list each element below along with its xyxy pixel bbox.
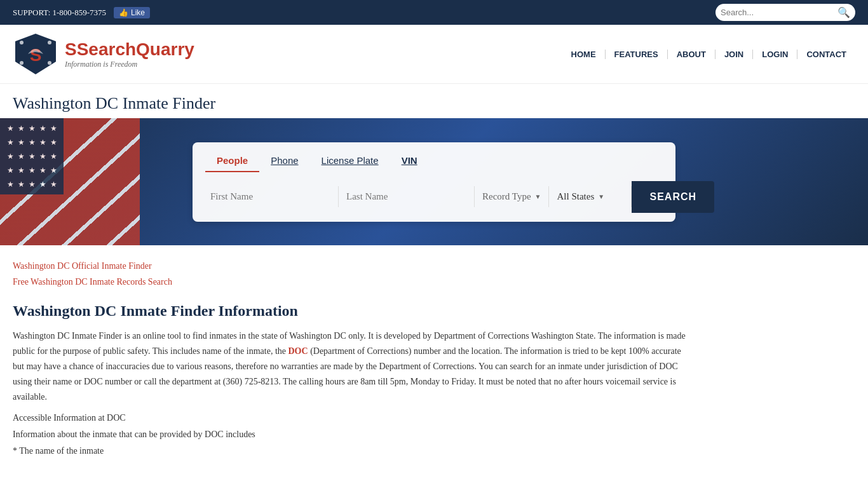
tab-people[interactable]: People [205,150,259,172]
tab-phone[interactable]: Phone [259,150,309,172]
all-states-arrow-icon: ▼ [598,193,604,200]
all-states-label: All States [557,191,594,202]
main-nav: HOME FEATURES ABOUT JOIN LOGIN CONTACT [562,50,855,59]
doc-highlight: DOC [288,346,308,356]
top-search-icon[interactable]: 🔍 [837,6,850,18]
page-title-area: Washington DC Inmate Finder [0,84,868,118]
stars-decoration: ★★★★★ ★★★★★ ★★★★★ ★★★★★ ★★★★★ [0,118,64,194]
search-panel: People Phone License Plate VIN Record Ty… [193,142,675,222]
search-tabs: People Phone License Plate VIN [193,142,675,172]
free-records-link[interactable]: Free Washington DC Inmate Records Search [13,274,686,290]
section1-label: Accessible Information at DOC [13,413,686,423]
section2-label: Information about the inmate that can be… [13,430,686,440]
record-type-arrow-icon: ▼ [535,193,541,200]
header: S SSearchQuarry Information is Freedom H… [0,25,868,84]
search-form: Record Type ▼ All States ▼ SEARCH [193,172,675,222]
svg-point-5 [48,61,51,65]
svg-text:S: S [30,45,42,65]
nav-about[interactable]: ABOUT [668,50,715,59]
info-title: Washington DC Inmate Finder Information [13,302,686,320]
nav-join[interactable]: JOIN [715,50,753,59]
svg-point-3 [48,41,51,44]
support-phone: SUPPORT: 1-800-859-7375 [13,8,106,18]
page-title: Washington DC Inmate Finder [13,94,855,113]
info-paragraph: Washington DC Inmate Finder is an online… [13,329,686,404]
nav-features[interactable]: FEATURES [606,50,668,59]
fb-like-button[interactable]: 👍 Like [114,7,150,18]
bullet-item-1: * The name of the inmate [13,446,686,456]
hero-banner: ★★★★★ ★★★★★ ★★★★★ ★★★★★ ★★★★★ People Pho… [0,118,868,245]
top-search-input[interactable] [721,8,835,17]
all-states-dropdown[interactable]: All States ▼ [549,186,632,207]
nav-home[interactable]: HOME [562,50,606,59]
svg-point-4 [20,61,24,65]
svg-point-2 [20,41,24,44]
tab-license-plate[interactable]: License Plate [310,150,390,172]
first-name-input[interactable] [203,186,339,207]
record-type-dropdown[interactable]: Record Type ▼ [475,186,549,207]
logo-area: S SSearchQuarry Information is Freedom [13,31,194,77]
last-name-input[interactable] [339,186,475,207]
logo-text: SSearchQuarry Information is Freedom [65,39,194,69]
logo-icon: S [13,31,58,77]
official-link[interactable]: Washington DC Official Inmate Finder [13,258,686,274]
search-button[interactable]: SEARCH [632,181,714,213]
content-links: Washington DC Official Inmate Finder Fre… [13,258,686,290]
nav-contact[interactable]: CONTACT [797,50,855,59]
main-content: Washington DC Official Inmate Finder Fre… [0,245,699,473]
fb-thumb-icon: 👍 [119,8,128,17]
record-type-label: Record Type [482,191,531,202]
top-bar: SUPPORT: 1-800-859-7375 👍 Like 🔍 [0,0,868,25]
logo-tagline: Information is Freedom [65,60,194,69]
tab-vin[interactable]: VIN [390,150,429,172]
nav-login[interactable]: LOGIN [753,50,797,59]
